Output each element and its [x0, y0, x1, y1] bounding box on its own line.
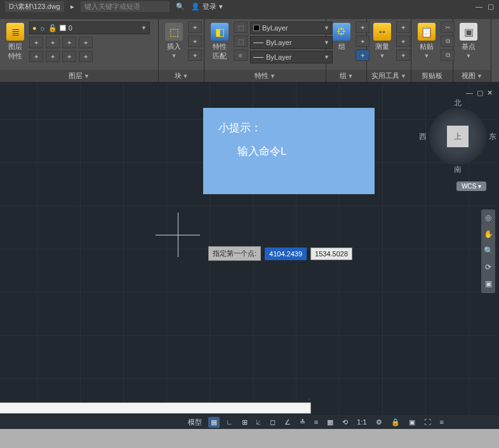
viewcube-north[interactable]: 北 [454, 98, 462, 109]
layer-tool-5[interactable]: ✦ [29, 51, 43, 62]
nav-showmotion-icon[interactable]: ▣ [483, 279, 493, 289]
snap-toggle-icon[interactable]: ∟ [223, 417, 236, 427]
layer-tool-8[interactable]: ✦ [79, 51, 93, 62]
nav-pan-icon[interactable]: ✋ [483, 230, 493, 240]
layer-tool-3[interactable]: ✦ [62, 37, 76, 48]
login-label: 登录 [203, 2, 216, 11]
prop-tool-3[interactable]: ≡ [234, 49, 248, 61]
prop-extra: ⬚ ⬚ ≡ [234, 22, 248, 61]
vp-maximize-icon[interactable]: ▢ [477, 89, 483, 97]
panel-group: ⯐ 组 ✦ ✦ ✦ 组▼ [326, 19, 367, 82]
otrack-toggle-icon[interactable]: ∠ [282, 417, 293, 428]
layer-tool-6[interactable]: ✦ [46, 51, 60, 62]
layer-tool-4[interactable]: ✦ [79, 37, 93, 48]
clip-tool-2[interactable]: ⧉ [441, 36, 455, 47]
clip-tool-3[interactable]: ⧉ [441, 49, 455, 61]
block-tool-1[interactable]: ✦ [188, 22, 202, 33]
polar-toggle-icon[interactable]: ⟀ [254, 417, 263, 427]
wcs-label: WCS [462, 183, 476, 190]
block-tool-3[interactable]: ✦ [188, 49, 202, 61]
cmd-expand-icon[interactable]: ▲ [306, 395, 312, 402]
layers-icon: ≣ [6, 23, 24, 41]
hint-body: 输入命令L [237, 144, 359, 159]
measure-button[interactable]: ↔ 测量 ▼ [371, 22, 394, 60]
model-tab[interactable]: 模型 [185, 416, 204, 428]
prop-tool-1[interactable]: ⬚ [234, 22, 248, 33]
grid-toggle-icon[interactable]: ▦ [208, 417, 220, 428]
prop-tool-2[interactable]: ⬚ [234, 36, 248, 47]
util-tools: ✦ ✦ ✦ [396, 22, 410, 61]
linetype-icon [253, 57, 263, 58]
transparency-toggle-icon[interactable]: ▩ [324, 417, 336, 428]
nav-orbit-icon[interactable]: ⟳ [483, 263, 493, 273]
command-line[interactable]: ▲ [0, 402, 311, 414]
user-icon: 👤 [191, 3, 200, 11]
block-tool-2[interactable]: ✦ [188, 36, 202, 47]
linetype-selector[interactable]: ByLayer ▼ [250, 51, 333, 63]
vp-close-icon[interactable]: ✕ [487, 89, 493, 97]
viewcube-south[interactable]: 南 [454, 164, 462, 175]
viewcube-top[interactable]: 上 [447, 126, 469, 147]
ribbon-tabs[interactable] [0, 13, 499, 19]
dyn-x-input[interactable]: 4104.2439 [265, 247, 307, 260]
drawing-canvas[interactable]: — ▢ ✕ 小提示： 输入命令L 指定第一个点: 4104.2439 1534.… [0, 82, 499, 429]
customize-icon[interactable]: ≡ [437, 417, 446, 427]
panel-properties: ◧ 特性 匹配 ⬚ ⬚ ≡ ByLayer ▼ ByLayer ▼ [204, 19, 326, 82]
status-bar: 模型 ▦ ∟ ⊞ ⟀ ◻ ∠ ≛ ≡ ▩ ⟲ 1:1 ⚙ 🔒 ▣ ⛶ ≡ [0, 415, 499, 429]
layer-tool-2[interactable]: ✦ [46, 37, 60, 48]
insert-btn-label: 插入 [167, 42, 181, 51]
viewcube-west[interactable]: 西 [419, 131, 427, 142]
layer-tool-1[interactable]: ✦ [29, 37, 43, 48]
search-input[interactable]: 键入关键字或短语 [81, 1, 170, 12]
viewcube-east[interactable]: 东 [489, 131, 496, 142]
wcs-badge[interactable]: WCS ▾ [456, 181, 486, 191]
ortho-toggle-icon[interactable]: ⊞ [239, 417, 250, 428]
layer-name: 0 [69, 24, 72, 32]
insert-button[interactable]: ⬚ 插入 ▼ [163, 22, 185, 60]
ribbon: ≣ 图层 特性 ● ☼ 🔓 0 ▼ ✦ ✦ ✦ ✦ ✦ ✦ [0, 19, 499, 82]
paste-button[interactable]: 📋 粘贴 ▼ [415, 22, 438, 60]
lineweight-icon [253, 43, 263, 43]
paste-btn-label: 粘贴 [420, 42, 434, 51]
group-button[interactable]: ⯐ 组 [330, 22, 353, 53]
paste-icon: 📋 [418, 23, 436, 41]
clip-tool-1[interactable]: ✂ [441, 22, 455, 33]
util-tool-3[interactable]: ✦ [396, 49, 410, 61]
cycle-toggle-icon[interactable]: ⟲ [340, 417, 350, 428]
nav-wheel-icon[interactable]: ◎ [483, 213, 493, 223]
maximize-icon[interactable]: ▢ [488, 3, 494, 11]
login-button[interactable]: 👤 登录 ▾ [191, 2, 223, 11]
scale-display[interactable]: 1:1 [354, 417, 369, 427]
dyn-toggle-icon[interactable]: ≛ [297, 417, 308, 428]
max-icon[interactable]: ⛶ [422, 417, 434, 427]
layer-properties-button[interactable]: ≣ 图层 特性 [4, 22, 27, 62]
util-tool-2[interactable]: ✦ [396, 36, 410, 47]
match-properties-button[interactable]: ◧ 特性 匹配 [208, 22, 231, 62]
minimize-icon[interactable]: — [476, 3, 482, 11]
lightbulb-icon: ● [32, 24, 37, 32]
color-selector[interactable]: ByLayer ▼ [250, 22, 333, 34]
basepoint-button[interactable]: ▣ 基点 ▼ [457, 22, 480, 60]
search-icon[interactable]: 🔍 [176, 2, 185, 11]
workspace-icon[interactable]: ▣ [406, 417, 418, 428]
osnap-toggle-icon[interactable]: ◻ [267, 417, 278, 428]
panel-label-clip: 剪贴板 [422, 72, 442, 79]
annoscale-icon[interactable]: 🔒 [389, 417, 403, 428]
viewcube[interactable]: 上 北 南 西 东 [429, 108, 486, 165]
titlebar: D:\素材\123.dwg ▸ 键入关键字或短语 🔍 👤 登录 ▾ — ▢ [0, 0, 499, 13]
dyn-y-input[interactable]: 1534.5028 [310, 247, 352, 260]
hint-box: 小提示： 输入命令L [203, 108, 375, 194]
panel-label-view: 视图 [462, 72, 476, 79]
lwt-toggle-icon[interactable]: ≡ [312, 417, 321, 427]
group-icon: ⯐ [333, 23, 350, 41]
layer-selector[interactable]: ● ☼ 🔓 0 ▼ [29, 22, 150, 34]
layer-tool-7[interactable]: ✦ [62, 51, 76, 62]
dynamic-input: 指定第一个点: 4104.2439 1534.5028 [208, 246, 352, 261]
util-tool-1[interactable]: ✦ [396, 22, 410, 33]
gear-icon[interactable]: ⚙ [373, 417, 385, 428]
nav-zoom-icon[interactable]: 🔍 [483, 246, 493, 256]
match-btn-label: 特性 匹配 [213, 42, 227, 61]
vp-minimize-icon[interactable]: — [466, 89, 473, 97]
lineweight-selector[interactable]: ByLayer ▼ [250, 36, 333, 49]
lock-icon: 🔓 [48, 24, 57, 32]
